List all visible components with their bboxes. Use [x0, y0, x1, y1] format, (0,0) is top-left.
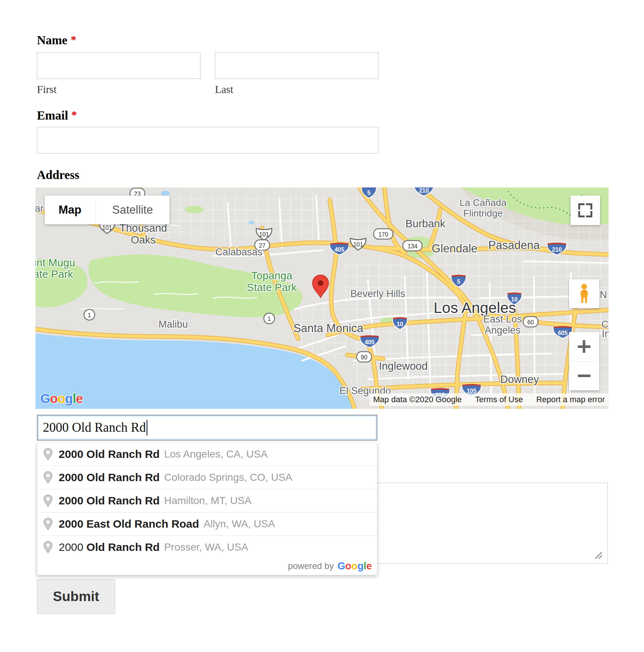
- svg-text:5: 5: [367, 190, 371, 196]
- svg-text:101: 101: [353, 241, 363, 248]
- autocomplete-item-secondary: Los Angeles, CA, USA: [164, 448, 267, 460]
- resize-grip-icon[interactable]: [594, 551, 603, 559]
- address-label-text: Address: [37, 168, 79, 182]
- svg-text:10: 10: [397, 321, 403, 327]
- email-field-label: Email*: [37, 108, 77, 123]
- google-letter: e: [366, 560, 372, 572]
- autocomplete-item-secondary: Allyn, WA, USA: [203, 518, 275, 530]
- fullscreen-button[interactable]: [571, 196, 600, 225]
- svg-text:170: 170: [378, 231, 388, 238]
- map-type-control: Map Satellite: [45, 196, 169, 224]
- svg-text:405: 405: [335, 246, 345, 253]
- state-route-shield: 1: [84, 310, 95, 320]
- svg-text:605: 605: [558, 330, 568, 336]
- google-letter: o: [345, 560, 352, 572]
- state-route-shield: 1: [264, 313, 275, 324]
- address-input-value: 2000 Old Ranch Rd: [43, 420, 146, 435]
- zoom-out-button[interactable]: [569, 361, 599, 391]
- svg-text:101: 101: [259, 231, 269, 238]
- autocomplete-item-secondary: Prosser, WA, USA: [164, 541, 248, 553]
- name-label-text: Name: [37, 34, 67, 47]
- map-type-button-map[interactable]: Map: [45, 196, 95, 224]
- autocomplete-item-main: 2000 Old Ranch Rd: [59, 541, 160, 553]
- first-name-sublabel: First: [37, 83, 56, 96]
- map-label: N: [600, 289, 607, 300]
- google-letter: g: [357, 560, 364, 572]
- svg-text:405: 405: [365, 339, 375, 345]
- map-lake: [249, 221, 254, 224]
- map-label: Flintridge: [463, 208, 503, 219]
- map-data-attribution: Map data ©2020 Google: [373, 395, 462, 404]
- svg-text:90: 90: [361, 354, 367, 361]
- map-label: State Park: [247, 282, 297, 293]
- map-label: ate Park: [35, 268, 73, 280]
- autocomplete-item[interactable]: 2000 East Old Ranch RoadAllyn, WA, USA: [37, 512, 377, 535]
- location-pin-icon: [43, 494, 53, 507]
- name-last-input[interactable]: [215, 52, 378, 79]
- svg-text:210: 210: [552, 246, 562, 253]
- map-label: Pasadena: [488, 239, 540, 252]
- fullscreen-icon: [578, 203, 592, 217]
- autocomplete-item[interactable]: 2000 Old Ranch RdProsser, WA, USA: [37, 535, 377, 559]
- svg-text:101: 101: [102, 225, 112, 231]
- pegman-icon: [576, 283, 593, 304]
- map-label: Oaks: [131, 234, 156, 246]
- autocomplete-item-secondary: Colorado Springs, CO, USA: [164, 472, 292, 483]
- google-logo[interactable]: Google: [40, 391, 83, 406]
- svg-text:1: 1: [268, 316, 271, 322]
- map-label: Inglewood: [379, 360, 428, 372]
- state-route-shield: 90: [357, 352, 371, 362]
- autocomplete-item-main: 2000 Old Ranch Rd: [59, 448, 160, 460]
- address-input[interactable]: 2000 Old Ranch Rd: [37, 415, 377, 441]
- google-letter: l: [72, 391, 76, 406]
- terms-of-use-link[interactable]: Terms of Use: [475, 395, 523, 404]
- map-label: Angeles: [484, 325, 521, 336]
- email-label-text: Email: [37, 109, 68, 122]
- location-pin-icon: [43, 471, 53, 484]
- email-input[interactable]: [37, 127, 378, 153]
- address-field-label: Address: [37, 168, 79, 182]
- required-asterisk: *: [71, 33, 76, 45]
- google-letter: g: [65, 391, 72, 406]
- last-name-sublabel: Last: [215, 83, 233, 96]
- pegman-control[interactable]: [569, 279, 599, 308]
- google-letter: G: [40, 391, 50, 406]
- map-label: Santa Monica: [293, 322, 363, 335]
- required-asterisk: *: [71, 108, 77, 121]
- name-field-label: Name*: [37, 33, 76, 47]
- state-route-shield: 170: [374, 229, 393, 239]
- map-label: Beverly Hills: [350, 288, 405, 299]
- location-pin-icon: [43, 448, 53, 460]
- autocomplete-item[interactable]: 2000 Old Ranch RdColorado Springs, CO, U…: [37, 466, 377, 489]
- report-map-error-link[interactable]: Report a map error: [536, 395, 605, 404]
- powered-by-google: powered by Google: [37, 559, 377, 575]
- google-letter: l: [363, 560, 366, 572]
- map-attribution: Map data ©2020 Google Terms of Use Repor…: [370, 393, 609, 406]
- autocomplete-item[interactable]: 2000 Old Ranch RdHamilton, MT, USA: [37, 489, 377, 512]
- map-label: East Los: [483, 314, 522, 325]
- svg-text:5: 5: [457, 279, 460, 285]
- map-label: Glendale: [432, 242, 477, 255]
- name-first-input[interactable]: [37, 52, 201, 79]
- google-letter: o: [58, 391, 65, 406]
- map-type-button-satellite[interactable]: Satellite: [95, 196, 169, 224]
- submit-button[interactable]: Submit: [37, 579, 115, 614]
- map-label: In: [602, 328, 609, 339]
- state-route-shield: 60: [523, 317, 538, 327]
- map-label: Malibu: [158, 319, 188, 330]
- zoom-in-button[interactable]: [569, 332, 599, 361]
- location-pin-icon: [43, 541, 53, 553]
- svg-text:134: 134: [408, 243, 418, 249]
- map-label: int Mugu: [35, 257, 75, 269]
- google-wordmark: Google: [338, 560, 372, 572]
- text-caret: [147, 420, 147, 435]
- map-label: Downey: [500, 373, 539, 385]
- svg-text:1: 1: [88, 312, 91, 318]
- autocomplete-item[interactable]: 2000 Old Ranch RdLos Angeles, CA, USA: [37, 443, 377, 466]
- map-label: ar: [35, 203, 44, 214]
- google-letter: G: [338, 560, 345, 572]
- google-letter: o: [50, 391, 57, 406]
- location-pin-icon: [43, 518, 53, 530]
- map-label: Calabasas: [215, 246, 263, 258]
- zoom-control: [569, 332, 599, 390]
